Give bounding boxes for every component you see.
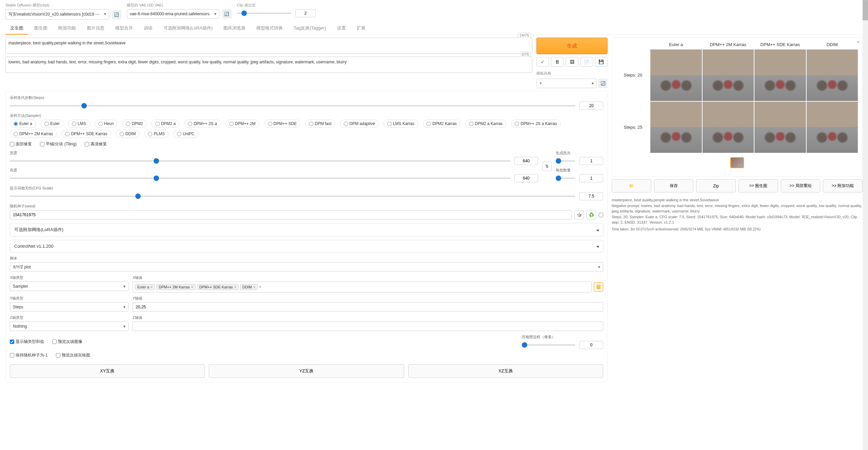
face-restore-check[interactable]: 面部修复 (10, 141, 32, 147)
swap-xy-button[interactable]: XY互换 (10, 364, 205, 378)
subgrid2-check[interactable]: 预览次级宫格图 (56, 352, 90, 358)
tab-img2img[interactable]: 图生图 (29, 22, 52, 35)
sampler-radio[interactable]: DPM++ SDE Karras (61, 130, 111, 138)
z-val-input[interactable] (133, 322, 603, 331)
tag-remove-icon[interactable]: × (234, 285, 236, 289)
scrollbar[interactable] (863, 0, 868, 450)
tag[interactable]: DDIM× (240, 284, 258, 290)
tag-remove-icon[interactable]: × (253, 285, 255, 289)
cfg-value[interactable] (579, 192, 603, 200)
cfg-slider[interactable] (10, 196, 575, 197)
z-type-select[interactable]: Nothing (10, 322, 129, 331)
batch-size-slider[interactable] (556, 178, 575, 179)
book-icon[interactable]: 📒 (594, 282, 603, 292)
y-type-select[interactable]: Steps (10, 302, 129, 312)
generate-button[interactable]: 生成 (536, 38, 608, 54)
sampler-radio[interactable]: LMS (68, 120, 90, 128)
height-slider[interactable] (10, 178, 510, 179)
legend-check[interactable]: 显示轴类型和值 (10, 334, 44, 349)
output-image[interactable] (806, 49, 859, 101)
sampler-radio[interactable]: UniPC (173, 130, 198, 138)
refresh-icon[interactable]: 🔄 (598, 79, 608, 88)
keep-seed-check[interactable]: 保持随机种子为-1 (10, 352, 48, 358)
refresh-icon[interactable]: 🔄 (222, 9, 232, 19)
vae-select[interactable]: vae-ft-mse-840000-ema-pruned.safetensors (127, 9, 219, 19)
clipboard-icon[interactable]: 📄 (580, 57, 593, 67)
send-extras-button[interactable]: >> 附加功能 (823, 179, 863, 192)
sampler-radio[interactable]: DPM fast (305, 120, 335, 128)
sampler-radio[interactable]: DPM++ SDE (264, 120, 301, 128)
swap-yz-button[interactable]: YZ互换 (209, 364, 404, 378)
margin-slider[interactable] (522, 344, 575, 346)
image-icon[interactable]: 🖼 (566, 57, 578, 67)
width-value[interactable] (514, 157, 538, 165)
save-button[interactable]: 保存 (654, 179, 694, 192)
sampler-radio[interactable]: DPM2 (122, 120, 146, 128)
sampler-radio[interactable]: DPM++ 2S a (184, 120, 221, 128)
sampler-radio[interactable]: PLMS (144, 130, 169, 138)
sampler-radio[interactable]: DPM2 a Karras (465, 120, 506, 128)
refresh-icon[interactable]: 🔄 (112, 10, 121, 19)
tab-merge[interactable]: 模型合并 (111, 22, 138, 35)
style-clear[interactable]: × (539, 81, 542, 86)
subgrid-check[interactable]: 预览次级图像 (52, 334, 82, 349)
clear-tags-icon[interactable]: × (259, 285, 261, 289)
positive-prompt[interactable]: 14/75 masterpiece, best quality,people w… (5, 38, 532, 54)
output-thumbnail[interactable] (730, 157, 744, 168)
script-select[interactable]: X/Y/Z plot (10, 262, 603, 272)
tag[interactable]: DPM++ SDE Karras× (197, 284, 239, 290)
batch-count-value[interactable] (579, 157, 603, 165)
y-val-input[interactable] (133, 302, 603, 312)
x-val-input[interactable]: Euler a×DPM++ 2M Karras×DPM++ SDE Karras… (133, 282, 592, 292)
sampler-radio[interactable]: LMS Karras (383, 120, 418, 128)
sampler-radio[interactable]: DPM adaptive (340, 120, 379, 128)
clip-skip-value[interactable] (295, 9, 316, 17)
sampler-radio[interactable]: DPM++ 2S a Karras (511, 120, 560, 128)
margin-value[interactable] (579, 341, 603, 349)
tag-remove-icon[interactable]: × (191, 285, 193, 289)
model-select[interactable]: 写实\realisticVisionV20_v20.safetensors [c… (5, 9, 109, 20)
swap-dimensions-button[interactable]: ⇅ (542, 162, 552, 171)
dice-icon[interactable]: 🎲 (574, 210, 584, 220)
seed-input[interactable] (10, 210, 572, 220)
hires-check[interactable]: 高清修复 (85, 141, 107, 147)
height-value[interactable] (514, 174, 538, 182)
output-image[interactable] (754, 49, 806, 101)
save-icon[interactable]: 💾 (595, 57, 608, 67)
tab-gallery[interactable]: 图库浏览器 (219, 22, 250, 35)
tag[interactable]: DPM++ 2M Karras× (156, 284, 196, 290)
steps-slider[interactable] (10, 105, 575, 106)
tag-remove-icon[interactable]: × (151, 285, 153, 289)
steps-value[interactable] (579, 102, 603, 110)
send-img2img-button[interactable]: >> 图生图 (738, 179, 778, 192)
output-image[interactable] (702, 49, 754, 101)
clip-skip-slider[interactable] (237, 13, 291, 14)
output-image[interactable] (754, 101, 806, 154)
sampler-radio[interactable]: DPM++ 2M Karras (10, 130, 57, 138)
sampler-radio[interactable]: DPM2 Karras (423, 120, 460, 128)
recycle-icon[interactable]: ♻️ (587, 210, 596, 220)
output-image[interactable] (806, 101, 859, 154)
negative-prompt[interactable]: 0/75 lowres, bad anatomy, bad hands, tex… (5, 57, 532, 73)
tiling-check[interactable]: 平铺/分块 (Tiling) (40, 141, 77, 147)
output-image[interactable] (650, 49, 702, 101)
trash-icon[interactable]: 🗑 (551, 57, 564, 67)
width-slider[interactable] (10, 160, 510, 162)
tab-txt2img[interactable]: 文生图 (5, 22, 28, 35)
swap-xz-button[interactable]: XZ互换 (408, 364, 603, 378)
controlnet-accordion[interactable]: ControlNet v1.1.200◂ (10, 240, 603, 252)
tab-extras[interactable]: 附加功能 (54, 22, 81, 35)
sampler-radio[interactable]: DPM2 a (152, 120, 179, 128)
batch-size-value[interactable] (579, 174, 603, 182)
close-icon[interactable]: × (857, 39, 860, 45)
sampler-radio[interactable]: Heun (95, 120, 118, 128)
tag[interactable]: Euler a× (135, 284, 155, 290)
lora-accordion[interactable]: 可选附加网络(LoRA插件)◂ (10, 223, 603, 237)
tab-extensions[interactable]: 扩展 (352, 22, 370, 35)
apply-icon[interactable]: ✓ (536, 57, 549, 67)
batch-count-slider[interactable] (556, 160, 575, 162)
folder-button[interactable]: 📁 (612, 179, 651, 192)
sampler-radio[interactable]: Euler a (10, 120, 36, 128)
tab-tagger[interactable]: Tag反推(Tagger) (289, 22, 331, 35)
extra-seed-check[interactable] (599, 213, 603, 217)
